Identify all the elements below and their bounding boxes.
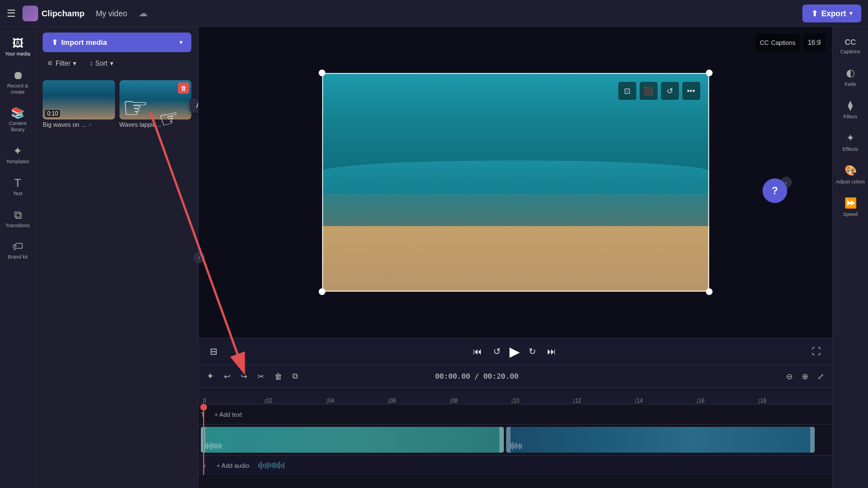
filter-icon: ⚟ bbox=[47, 59, 53, 67]
fullscreen-button[interactable]: ⛶ bbox=[810, 344, 823, 359]
skip-forward-button[interactable]: ⏭ bbox=[545, 344, 558, 359]
play-pause-button[interactable]: ▶ bbox=[509, 344, 520, 360]
fast-forward-button[interactable]: ↻ bbox=[526, 344, 538, 359]
playhead-handle[interactable] bbox=[200, 404, 207, 411]
speed-icon: ⏩ bbox=[844, 197, 857, 209]
timeline-time-display: 00:00.00 / 00:20.00 bbox=[435, 372, 518, 380]
clip-trim-right[interactable] bbox=[499, 427, 504, 453]
media-delete-button[interactable]: 🗑 bbox=[178, 82, 189, 94]
copy-button[interactable]: ⧉ bbox=[289, 369, 301, 383]
clip-2-trim-right[interactable] bbox=[810, 427, 815, 453]
resize-handle-tr[interactable] bbox=[706, 70, 713, 76]
rewind-button[interactable]: ↺ bbox=[491, 344, 503, 359]
sidebar-item-record-create[interactable]: ⏺ Record & create bbox=[0, 64, 35, 101]
templates-icon: ✦ bbox=[13, 145, 22, 156]
undo-button[interactable]: ↩ bbox=[221, 370, 234, 383]
sidebar-item-content-library[interactable]: 📚 Content library bbox=[0, 102, 35, 139]
fit-timeline-button[interactable]: ⤢ bbox=[814, 370, 828, 383]
right-panel-adjust-colors[interactable]: 🎨 Adjust colors bbox=[833, 159, 868, 190]
collapse-panel-button[interactable]: ‹ bbox=[194, 252, 205, 263]
ruler-mark: :16 bbox=[697, 398, 705, 404]
more-options-button[interactable]: ••• bbox=[682, 82, 700, 100]
filter-button[interactable]: ⚟ Filter ▾ bbox=[43, 57, 81, 70]
sort-icon: ↕ bbox=[90, 59, 93, 67]
filter-chevron-icon: ▾ bbox=[73, 59, 76, 67]
aspect-ratio-button[interactable]: 16:9 bbox=[803, 34, 825, 52]
brand-kit-icon: 🏷 bbox=[12, 241, 24, 252]
resize-handle-bl[interactable] bbox=[319, 288, 325, 295]
crop-button[interactable]: ⊡ bbox=[618, 82, 636, 100]
right-panel-speed[interactable]: ⏩ Speed bbox=[833, 191, 868, 223]
zoom-out-button[interactable]: ⊖ bbox=[783, 370, 796, 383]
sidebar-item-your-media[interactable]: 🖼 Your media bbox=[0, 32, 35, 63]
import-chevron-icon: ▾ bbox=[180, 39, 182, 45]
brand-name: Clipchamp bbox=[42, 8, 85, 18]
subtitles-toggle-button[interactable]: ⊟ bbox=[208, 344, 219, 359]
import-icon: ⬆ bbox=[52, 38, 58, 47]
checkmark-icon: ✓ bbox=[88, 122, 93, 128]
rotate-button[interactable]: ↺ bbox=[661, 82, 679, 100]
ocean-sand bbox=[322, 226, 709, 292]
right-panel-fade[interactable]: ◐ Fade bbox=[833, 61, 868, 93]
captions-icon: CC bbox=[760, 39, 769, 46]
cut-button[interactable]: ✂ bbox=[254, 370, 268, 383]
add-audio-button[interactable]: + Add audio bbox=[214, 462, 249, 469]
right-panel: CC Captions ◐ Fade ⧫ Filters ✦ Effects 🎨… bbox=[832, 27, 868, 488]
right-panel-effects[interactable]: ✦ Effects bbox=[833, 126, 868, 158]
media-item[interactable]: 0:10 Big waves on ... ✓ bbox=[43, 80, 115, 128]
media-item-waves[interactable]: 🗑 Waves lappin... Add to timeline bbox=[120, 80, 192, 128]
sort-button[interactable]: ↕ Sort ▾ bbox=[85, 57, 118, 70]
resize-button[interactable]: ⬛ bbox=[640, 82, 658, 100]
menu-icon[interactable]: ☰ bbox=[7, 7, 16, 20]
topbar: ☰ Clipchamp My video ☁ ⬆ Export ▾ bbox=[0, 0, 868, 27]
audio-track: ♪ + Add audio bbox=[199, 455, 832, 475]
text-track: T + Add text bbox=[199, 404, 832, 425]
clip-2-trim-left[interactable] bbox=[506, 427, 511, 453]
video-title[interactable]: My video bbox=[96, 9, 127, 18]
clip-waveform bbox=[205, 441, 499, 450]
add-clip-button[interactable]: ✦ bbox=[203, 369, 217, 384]
sidebar-item-label: Text bbox=[13, 191, 22, 197]
right-panel-captions[interactable]: CC Captions bbox=[833, 32, 868, 60]
ruler-mark: :12 bbox=[573, 398, 581, 404]
content-library-icon: 📚 bbox=[11, 107, 25, 118]
zoom-in-button[interactable]: ⊕ bbox=[798, 370, 812, 383]
video-clip-1[interactable] bbox=[201, 427, 504, 453]
timeline-playhead[interactable] bbox=[203, 404, 204, 475]
ruler-mark: :06 bbox=[388, 398, 396, 404]
clip-2-waveform bbox=[511, 441, 810, 450]
redo-button[interactable]: ↪ bbox=[237, 370, 251, 383]
effects-icon: ✦ bbox=[846, 132, 855, 144]
sidebar-item-text[interactable]: T Text bbox=[0, 172, 35, 202]
ruler-mark: :02 bbox=[265, 398, 273, 404]
export-button[interactable]: ⬆ Export ▾ bbox=[802, 4, 861, 22]
sidebar-item-brand-kit[interactable]: 🏷 Brand kit bbox=[0, 235, 35, 266]
delete-button[interactable]: 🗑 bbox=[271, 370, 286, 383]
sidebar-item-transitions[interactable]: ⧉ Transitions bbox=[0, 204, 35, 234]
audio-track-label: ♪ bbox=[203, 462, 214, 469]
sidebar-item-label: Templates bbox=[6, 159, 29, 165]
cloud-saved-icon: ☁ bbox=[139, 8, 148, 19]
sidebar-item-templates[interactable]: ✦ Templates bbox=[0, 140, 35, 171]
captions-button[interactable]: CC Captions bbox=[755, 34, 800, 52]
video-clip-2[interactable] bbox=[506, 427, 815, 453]
playback-controls: ⊟ ⏮ ↺ ▶ ↻ ⏭ ⛶ bbox=[199, 338, 832, 365]
help-button[interactable]: ? bbox=[763, 178, 787, 203]
sidebar-item-label: Content library bbox=[2, 121, 33, 133]
right-panel-filters[interactable]: ⧫ Filters bbox=[833, 94, 868, 125]
video-frame bbox=[322, 73, 709, 292]
media-grid: 0:10 Big waves on ... ✓ 🗑 Waves lappin..… bbox=[36, 76, 198, 132]
center-area: CC Captions 16:9 bbox=[199, 27, 832, 488]
record-icon: ⏺ bbox=[12, 70, 24, 81]
resize-handle-br[interactable] bbox=[706, 288, 713, 295]
import-media-button[interactable]: ⬆ Import media ▾ bbox=[43, 33, 191, 52]
add-text-button[interactable]: + Add text bbox=[212, 411, 242, 418]
media-thumbnail: 0:10 bbox=[43, 80, 115, 119]
resize-handle-tl[interactable] bbox=[319, 70, 325, 76]
timeline-content[interactable]: 0 :02 :04 :06 :08 :10 :12 bbox=[199, 388, 832, 488]
filters-label: Filters bbox=[843, 114, 857, 119]
skip-back-button[interactable]: ⏮ bbox=[471, 344, 484, 359]
media-name: Waves lappin... bbox=[120, 121, 192, 128]
export-chevron-icon: ▾ bbox=[849, 10, 852, 16]
video-preview: CC Captions 16:9 bbox=[199, 27, 832, 338]
